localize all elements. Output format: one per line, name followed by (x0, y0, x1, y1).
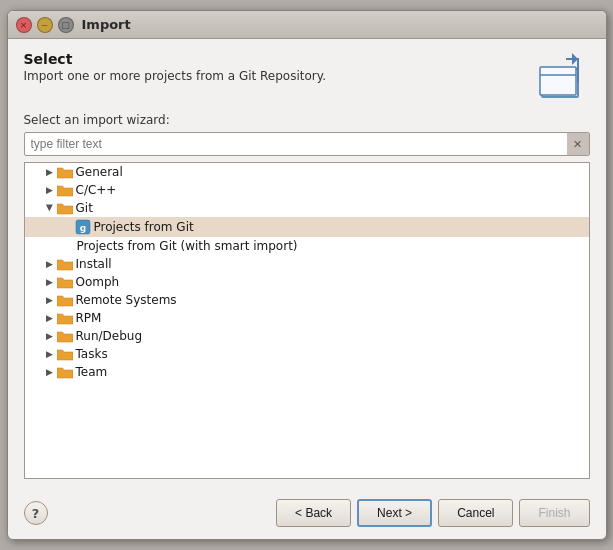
label-tasks: Tasks (76, 347, 108, 361)
wizard-tree[interactable]: ▶ General ▶ C/C++ ▶ Git (24, 162, 590, 479)
window-title: Import (82, 17, 131, 32)
arrow-remote-systems: ▶ (43, 293, 57, 307)
arrow-git: ▶ (43, 201, 57, 215)
wizard-label: Select an import wizard: (24, 113, 590, 127)
dialog-content: Select Import one or more projects from … (8, 39, 606, 491)
arrow-general: ▶ (43, 165, 57, 179)
arrow-run-debug: ▶ (43, 329, 57, 343)
folder-icon-install (57, 258, 73, 271)
minimize-button[interactable]: − (37, 17, 53, 33)
cancel-button[interactable]: Cancel (438, 499, 513, 527)
arrow-team: ▶ (43, 365, 57, 379)
label-projects-from-git-smart: Projects from Git (with smart import) (77, 239, 298, 253)
help-area: ? (24, 501, 48, 525)
import-dialog: × − □ Import Select Import one or more p… (7, 10, 607, 540)
maximize-button[interactable]: □ (58, 17, 74, 33)
dialog-buttons: < Back Next > Cancel Finish (276, 499, 589, 527)
tree-item-run-debug[interactable]: ▶ Run/Debug (25, 327, 589, 345)
tree-item-team[interactable]: ▶ Team (25, 363, 589, 381)
filter-input[interactable] (25, 133, 567, 155)
header-text: Select Import one or more projects from … (24, 51, 538, 83)
tree-item-git[interactable]: ▶ Git (25, 199, 589, 217)
label-remote-systems: Remote Systems (76, 293, 177, 307)
window-controls: × − □ (16, 17, 74, 33)
folder-icon-general (57, 166, 73, 179)
label-oomph: Oomph (76, 275, 120, 289)
titlebar: × − □ Import (8, 11, 606, 39)
svg-text:g: g (79, 223, 85, 233)
folder-icon-team (57, 366, 73, 379)
folder-icon-rpm (57, 312, 73, 325)
tree-item-rpm[interactable]: ▶ RPM (25, 309, 589, 327)
label-git: Git (76, 201, 93, 215)
tree-item-projects-from-git[interactable]: ▶ g Projects from Git (25, 217, 589, 237)
arrow-oomph: ▶ (43, 275, 57, 289)
header-icon (538, 51, 590, 103)
help-button[interactable]: ? (24, 501, 48, 525)
back-button[interactable]: < Back (276, 499, 351, 527)
label-general: General (76, 165, 123, 179)
label-run-debug: Run/Debug (76, 329, 143, 343)
folder-icon-run-debug (57, 330, 73, 343)
arrow-install: ▶ (43, 257, 57, 271)
close-icon: × (20, 20, 28, 30)
label-install: Install (76, 257, 112, 271)
tree-item-tasks[interactable]: ▶ Tasks (25, 345, 589, 363)
finish-button[interactable]: Finish (519, 499, 589, 527)
tree-item-cpp[interactable]: ▶ C/C++ (25, 181, 589, 199)
bottom-bar: ? < Back Next > Cancel Finish (8, 491, 606, 539)
folder-icon-git (57, 202, 73, 215)
tree-item-general[interactable]: ▶ General (25, 163, 589, 181)
git-import-icon (538, 53, 590, 101)
filter-clear-button[interactable]: ✕ (567, 133, 589, 155)
folder-icon-remote-systems (57, 294, 73, 307)
next-button[interactable]: Next > (357, 499, 432, 527)
folder-icon-oomph (57, 276, 73, 289)
folder-icon-tasks (57, 348, 73, 361)
label-projects-from-git: Projects from Git (94, 220, 194, 234)
tree-item-remote-systems[interactable]: ▶ Remote Systems (25, 291, 589, 309)
arrow-tasks: ▶ (43, 347, 57, 361)
git-item-icon: g (75, 219, 91, 235)
arrow-rpm: ▶ (43, 311, 57, 325)
tree-item-oomph[interactable]: ▶ Oomph (25, 273, 589, 291)
arrow-cpp: ▶ (43, 183, 57, 197)
header-section: Select Import one or more projects from … (24, 51, 590, 103)
label-team: Team (76, 365, 108, 379)
filter-row: ✕ (24, 132, 590, 156)
label-cpp: C/C++ (76, 183, 117, 197)
folder-icon-cpp (57, 184, 73, 197)
header-title: Select (24, 51, 538, 67)
close-button[interactable]: × (16, 17, 32, 33)
maximize-icon: □ (61, 20, 70, 30)
tree-item-install[interactable]: ▶ Install (25, 255, 589, 273)
label-rpm: RPM (76, 311, 102, 325)
svg-rect-1 (540, 67, 576, 95)
tree-item-projects-from-git-smart[interactable]: Projects from Git (with smart import) (25, 237, 589, 255)
minimize-icon: − (41, 20, 49, 30)
header-subtitle: Import one or more projects from a Git R… (24, 69, 538, 83)
